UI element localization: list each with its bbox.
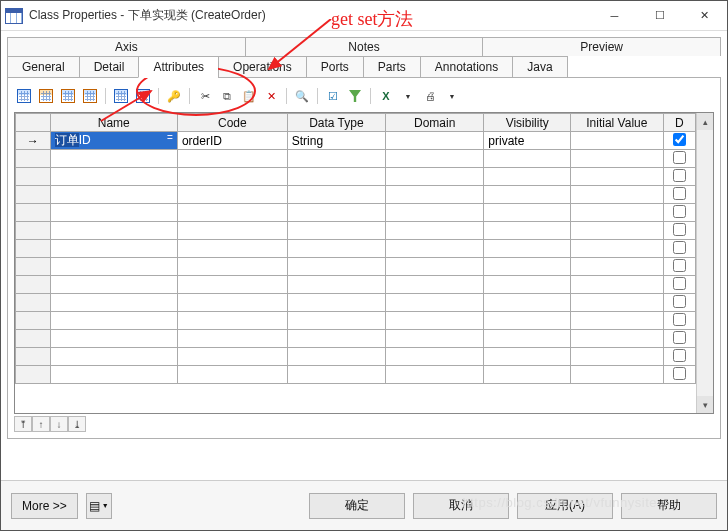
bottom-bar: More >> ▤▼ 确定 取消 应用(A) 帮助 — [1, 480, 727, 530]
tool-filter-icon[interactable] — [345, 86, 365, 106]
nav-up-icon[interactable]: ↑ — [32, 416, 50, 432]
tool-excel-icon[interactable]: X — [376, 86, 396, 106]
cell-d-checkbox[interactable] — [663, 240, 695, 258]
tool-excel-dropdown-icon[interactable]: ▼ — [398, 86, 418, 106]
tab-java[interactable]: Java — [512, 56, 567, 78]
help-button[interactable]: 帮助 — [621, 493, 717, 519]
col-domain[interactable]: Domain — [386, 114, 484, 132]
tab-content: 🔑 ✂ ⧉ 📋 ✕ 🔍 ☑ X ▼ 🖨 ▼ — [7, 77, 721, 439]
table-row-empty[interactable] — [16, 258, 696, 276]
cell-code[interactable]: orderID — [177, 132, 287, 150]
col-datatype[interactable]: Data Type — [287, 114, 385, 132]
cell-d-checkbox[interactable] — [663, 312, 695, 330]
tool-check-icon[interactable]: ☑ — [323, 86, 343, 106]
cell-datatype[interactable]: String — [287, 132, 385, 150]
table-row-empty[interactable] — [16, 186, 696, 204]
tab-attributes[interactable]: Attributes — [138, 56, 218, 78]
cell-d-checkbox[interactable] — [663, 132, 695, 150]
tool-delete-icon[interactable]: ✕ — [261, 86, 281, 106]
table-row-empty[interactable] — [16, 240, 696, 258]
cell-d-checkbox[interactable] — [663, 222, 695, 240]
menu-dropdown-button[interactable]: ▤▼ — [86, 493, 112, 519]
col-code[interactable]: Code — [177, 114, 287, 132]
tool-insert-row-icon[interactable] — [36, 86, 56, 106]
tab-group-row: Axis Notes Preview — [7, 37, 721, 56]
nav-down-icon[interactable]: ↓ — [50, 416, 68, 432]
tool-key-icon[interactable]: 🔑 — [164, 86, 184, 106]
table-row-empty[interactable] — [16, 222, 696, 240]
toolbar-separator — [370, 88, 371, 104]
cell-d-checkbox[interactable] — [663, 186, 695, 204]
cell-domain[interactable] — [386, 132, 484, 150]
window-controls: ─ ☐ ✕ — [592, 1, 727, 30]
col-name[interactable]: Name — [50, 114, 177, 132]
titlebar: Class Properties - 下单实现类 (CreateOrder) ─… — [1, 1, 727, 31]
table-row[interactable]: →订单ID =orderIDStringprivate — [16, 132, 696, 150]
tab-detail[interactable]: Detail — [79, 56, 139, 78]
scroll-up-icon[interactable]: ▴ — [697, 113, 713, 130]
row-nav-arrows: ⤒ ↑ ↓ ⤓ — [14, 414, 714, 432]
tab-group-axis[interactable]: Axis — [7, 37, 246, 56]
col-d[interactable]: D — [663, 114, 695, 132]
maximize-button[interactable]: ☐ — [637, 1, 682, 30]
cell-d-checkbox[interactable] — [663, 366, 695, 384]
table-row-empty[interactable] — [16, 168, 696, 186]
cell-d-checkbox[interactable] — [663, 348, 695, 366]
tool-add-row-icon[interactable] — [58, 86, 78, 106]
ok-button[interactable]: 确定 — [309, 493, 405, 519]
table-row-empty[interactable] — [16, 330, 696, 348]
cell-d-checkbox[interactable] — [663, 150, 695, 168]
cell-d-checkbox[interactable] — [663, 294, 695, 312]
tab-general[interactable]: General — [7, 56, 79, 78]
table-row-empty[interactable] — [16, 312, 696, 330]
table-row-empty[interactable] — [16, 348, 696, 366]
tool-add-rows-icon[interactable] — [80, 86, 100, 106]
cell-visibility[interactable]: private — [484, 132, 571, 150]
more-button[interactable]: More >> — [11, 493, 78, 519]
table-row-empty[interactable] — [16, 276, 696, 294]
tool-find-icon[interactable]: 🔍 — [292, 86, 312, 106]
col-visibility[interactable]: Visibility — [484, 114, 571, 132]
cell-name[interactable]: 订单ID = — [50, 132, 177, 150]
toolbar-separator — [286, 88, 287, 104]
tool-print-icon[interactable]: 🖨 — [420, 86, 440, 106]
cell-d-checkbox[interactable] — [663, 168, 695, 186]
row-indicator-icon: → — [16, 132, 51, 150]
cell-initial[interactable] — [571, 132, 664, 150]
tool-grid-arrow-icon[interactable] — [133, 86, 153, 106]
table-row-empty[interactable] — [16, 366, 696, 384]
tab-ports[interactable]: Ports — [306, 56, 363, 78]
cell-d-checkbox[interactable] — [663, 276, 695, 294]
tool-properties-icon[interactable] — [14, 86, 34, 106]
table-row-empty[interactable] — [16, 150, 696, 168]
col-initial[interactable]: Initial Value — [571, 114, 664, 132]
tool-cut-icon[interactable]: ✂ — [195, 86, 215, 106]
cell-d-checkbox[interactable] — [663, 330, 695, 348]
tab-group-notes[interactable]: Notes — [246, 37, 484, 56]
apply-button[interactable]: 应用(A) — [517, 493, 613, 519]
tool-paste-icon[interactable]: 📋 — [239, 86, 259, 106]
table-row-empty[interactable] — [16, 294, 696, 312]
tool-new-icon[interactable] — [111, 86, 131, 106]
cancel-button[interactable]: 取消 — [413, 493, 509, 519]
app-icon — [5, 8, 23, 24]
tool-print-dropdown-icon[interactable]: ▼ — [442, 86, 462, 106]
tab-row: General Detail Attributes Operations Por… — [7, 56, 721, 78]
tab-parts[interactable]: Parts — [363, 56, 420, 78]
cell-d-checkbox[interactable] — [663, 204, 695, 222]
toolbar-separator — [158, 88, 159, 104]
row-header-blank — [16, 114, 51, 132]
close-button[interactable]: ✕ — [682, 1, 727, 30]
minimize-button[interactable]: ─ — [592, 1, 637, 30]
tab-group-preview[interactable]: Preview — [483, 37, 721, 56]
tab-operations[interactable]: Operations — [218, 56, 306, 78]
table-row-empty[interactable] — [16, 204, 696, 222]
scroll-down-icon[interactable]: ▾ — [697, 396, 713, 413]
nav-first-icon[interactable]: ⤒ — [14, 416, 32, 432]
cell-d-checkbox[interactable] — [663, 258, 695, 276]
vertical-scrollbar[interactable]: ▴ ▾ — [696, 113, 713, 413]
nav-last-icon[interactable]: ⤓ — [68, 416, 86, 432]
tool-copy-icon[interactable]: ⧉ — [217, 86, 237, 106]
toolbar-separator — [317, 88, 318, 104]
tab-annotations[interactable]: Annotations — [420, 56, 512, 78]
